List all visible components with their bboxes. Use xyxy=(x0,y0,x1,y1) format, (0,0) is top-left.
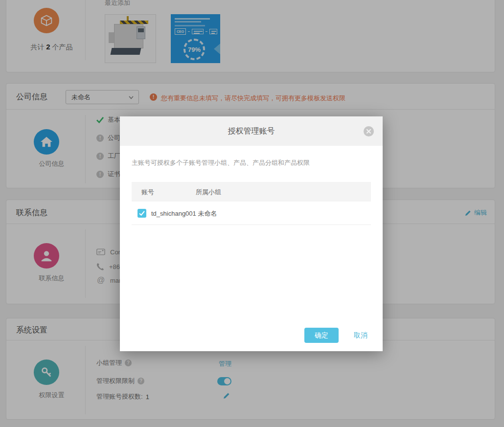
column-header-group: 所属小组 xyxy=(196,188,221,197)
account-name: td_shichang001 未命名 xyxy=(151,209,217,218)
table-header: 账号 所属小组 xyxy=(132,182,371,202)
table-row: td_shichang001 未命名 xyxy=(132,202,371,225)
column-header-account: 账号 xyxy=(141,188,154,197)
account-checkbox[interactable] xyxy=(137,209,146,218)
app-screen: 共计 2 个产品 最近添加 CEO xyxy=(0,0,504,427)
modal-title: 授权管理账号 xyxy=(120,116,383,146)
confirm-button[interactable]: 确定 xyxy=(304,328,339,343)
authorize-account-modal: 授权管理账号 主账号可授权多个子账号管理小组、产品、产品分组和产品权限 账号 所… xyxy=(120,116,383,351)
cancel-button[interactable]: 取消 xyxy=(346,328,375,343)
accounts-table: 账号 所属小组 td_shichang001 未命名 xyxy=(132,182,371,225)
modal-header: 授权管理账号 xyxy=(120,116,383,146)
close-icon[interactable] xyxy=(364,126,374,136)
modal-description: 主账号可授权多个子账号管理小组、产品、产品分组和产品权限 xyxy=(132,158,310,167)
checkmark-icon xyxy=(139,211,145,216)
